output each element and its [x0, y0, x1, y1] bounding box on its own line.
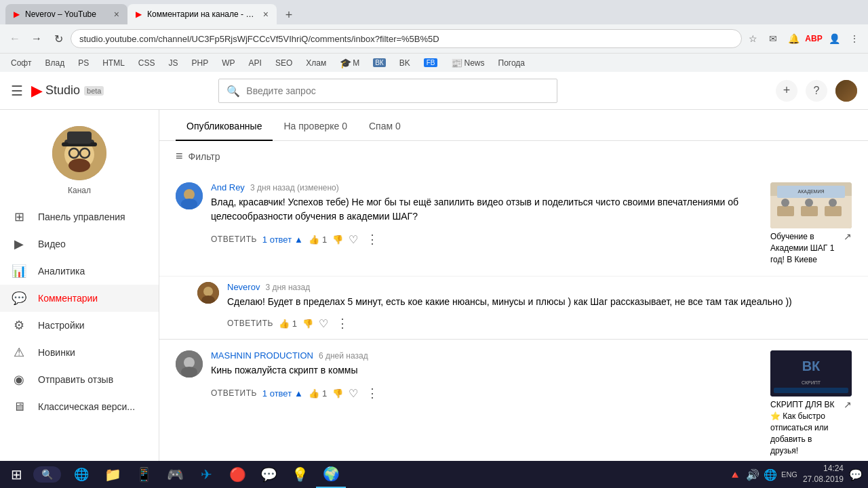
sidebar-item-classic[interactable]: 🖥 Классическая верси...	[0, 393, 159, 420]
tray-network-icon[interactable]: 🌐	[764, 468, 777, 481]
refresh-button[interactable]: ↻	[49, 29, 68, 48]
expand-replies-2[interactable]: 1 ответ ▲	[262, 388, 303, 399]
tab-close-1[interactable]: ×	[114, 9, 119, 20]
comment-author-2[interactable]: MASHNIN PRODUCTION	[211, 350, 313, 361]
comment-author-1[interactable]: And Rey	[211, 182, 245, 192]
more-button-2[interactable]: ⋮	[363, 383, 381, 403]
reply-dislike-1[interactable]: 👎	[302, 319, 313, 329]
taskbar-app-ie[interactable]: 🌐	[66, 461, 96, 488]
bookmark-vk[interactable]: ВК	[368, 57, 391, 68]
notification-area-icon[interactable]: 💬	[849, 468, 863, 481]
bookmark-ps[interactable]: PS	[73, 57, 94, 69]
tab-inactive-1[interactable]: ▶ Neverov – YouTube ×	[5, 4, 127, 24]
tab-published[interactable]: Опубликованные	[176, 110, 273, 141]
bookmark-wp[interactable]: WP	[216, 57, 240, 69]
mail-icon[interactable]: ✉	[765, 30, 781, 47]
expand-replies-1[interactable]: 1 ответ ▲	[262, 235, 303, 245]
sidebar-item-comments[interactable]: 💬 Комментарии	[0, 285, 159, 312]
sidebar-label-comments: Комментарии	[38, 293, 98, 304]
like-button-1[interactable]: 👍 1	[309, 235, 327, 245]
sidebar-item-dashboard[interactable]: ⊞ Панель управления	[0, 203, 159, 230]
taskbar-app-folder[interactable]: 📁	[98, 461, 127, 488]
sidebar-item-news[interactable]: ⚠ Новинки	[0, 339, 159, 366]
menu-icon[interactable]: ⋮	[846, 30, 863, 47]
bookmark-php[interactable]: PHP	[186, 57, 214, 69]
more-button-1[interactable]: ⋮	[363, 229, 381, 249]
taskbar-search[interactable]: 🔍	[33, 466, 61, 483]
bookmark-weather[interactable]: Погода	[493, 57, 531, 69]
dislike-button-1[interactable]: 👎	[332, 235, 343, 245]
search-input[interactable]	[218, 79, 557, 103]
taskbar-app-slack[interactable]: 💬	[254, 461, 283, 488]
tray-volume-icon[interactable]: 🔊	[746, 468, 760, 481]
channel-avatar[interactable]	[52, 126, 106, 180]
user-avatar[interactable]	[835, 80, 857, 102]
heart-button-1[interactable]: ♡	[349, 233, 358, 246]
taskbar-app-telegram[interactable]: ✈	[191, 461, 221, 488]
sidebar-item-feedback[interactable]: ◉ Отправить отзыв	[0, 366, 159, 393]
bookmark-m[interactable]: 🎓М	[334, 56, 365, 70]
expand-chevron-2: ▲	[294, 388, 303, 399]
bookmark-xlam[interactable]: Хлам	[300, 57, 332, 69]
reply-avatar-1	[197, 282, 219, 304]
address-text: studio.youtube.com/channel/UC3Fp5RjsWjFC…	[79, 34, 439, 44]
sidebar-item-video[interactable]: ▶ Видео	[0, 230, 159, 258]
bookmark-seo[interactable]: SEO	[270, 57, 298, 69]
taskbar-app-discord[interactable]: 🎮	[160, 461, 190, 488]
abp-icon[interactable]: ABP	[806, 30, 822, 47]
tab-active-2[interactable]: ▶ Комментарии на канале - YouT... ×	[127, 4, 277, 24]
sidebar-item-settings[interactable]: ⚙ Настройки	[0, 312, 159, 339]
new-tab-button[interactable]: +	[279, 5, 298, 24]
reply-reply-button-1[interactable]: ОТВЕТИТЬ	[227, 319, 273, 328]
reply-like-1[interactable]: 👍 1	[279, 319, 297, 329]
tab-spam[interactable]: Спам 0	[358, 110, 412, 141]
forward-button[interactable]: →	[27, 29, 46, 48]
address-bar[interactable]: studio.youtube.com/channel/UC3Fp5RjsWjFC…	[71, 29, 742, 48]
reply-like-count-1: 1	[292, 319, 297, 329]
hamburger-menu[interactable]: ☰	[11, 83, 23, 99]
bookmark-news[interactable]: 📰News	[446, 56, 490, 70]
reply-more-1[interactable]: ⋮	[334, 313, 351, 333]
reply-heart-1[interactable]: ♡	[319, 317, 328, 330]
nav-bar: ← → ↻ studio.youtube.com/channel/UC3Fp5R…	[0, 24, 868, 53]
bookmark-bk[interactable]: BK	[394, 57, 416, 69]
reply-author-1[interactable]: Neverov	[227, 282, 260, 292]
dislike-button-2[interactable]: 👎	[332, 388, 343, 399]
bookmark-html[interactable]: HTML	[97, 57, 130, 69]
comment-avatar-2	[176, 350, 203, 378]
taskbar-app-chrome[interactable]: 🌍	[316, 461, 346, 488]
reply-button-1[interactable]: ОТВЕТИТЬ	[211, 235, 257, 244]
bookmark-js[interactable]: JS	[163, 57, 184, 69]
video-thumb-1[interactable]: АКАДЕМИЯ Обучение в Академии ШАГ 1 год! …	[770, 182, 852, 265]
bookmark-api[interactable]: API	[243, 57, 267, 69]
tab-review[interactable]: На проверке 0	[273, 110, 358, 141]
video-thumb-2[interactable]: ВК СКРИПТ СКРИПТ ДЛЯ ВК ⭐ Как быстро отп…	[770, 350, 852, 456]
external-link-icon-2[interactable]: ↗	[844, 399, 852, 410]
heart-button-2[interactable]: ♡	[349, 387, 358, 400]
comment-avatar-svg-1	[176, 182, 203, 209]
start-button[interactable]: ⊞	[5, 464, 28, 485]
comment-time-1: 3 дня назад (изменено)	[250, 183, 339, 192]
bookmark-fb[interactable]: FB	[418, 57, 443, 68]
taskbar-app-idea[interactable]: 💡	[285, 461, 315, 488]
bookmark-css[interactable]: CSS	[133, 57, 161, 69]
bell-icon[interactable]: 🔔	[785, 30, 802, 47]
bookmark-soft[interactable]: Софт	[5, 57, 37, 69]
help-icon[interactable]: ?	[806, 80, 827, 102]
taskbar-app-torrent[interactable]: 🔴	[222, 461, 252, 488]
bookmark-vlad[interactable]: Влад	[39, 57, 70, 69]
tray-lang[interactable]: ENG	[781, 470, 797, 479]
like-button-2[interactable]: 👍 1	[309, 388, 327, 399]
tray-arrow-icon[interactable]: 🔺	[728, 468, 742, 481]
reply-button-2[interactable]: ОТВЕТИТЬ	[211, 388, 257, 398]
video-title-link-1: Обучение в Академии ШАГ 1 год! В Киеве ↗	[770, 231, 852, 265]
external-link-icon-1[interactable]: ↗	[844, 231, 852, 242]
create-icon[interactable]: +	[776, 80, 797, 102]
sidebar-item-analytics[interactable]: 📊 Аналитика	[0, 258, 159, 285]
star-icon[interactable]: ☆	[745, 30, 761, 47]
back-button[interactable]: ←	[5, 29, 24, 48]
tab-close-2[interactable]: ×	[263, 9, 269, 20]
settings-icon: ⚙	[11, 318, 27, 333]
user-icon[interactable]: 👤	[826, 30, 842, 47]
taskbar-app-viber[interactable]: 📱	[129, 461, 159, 488]
